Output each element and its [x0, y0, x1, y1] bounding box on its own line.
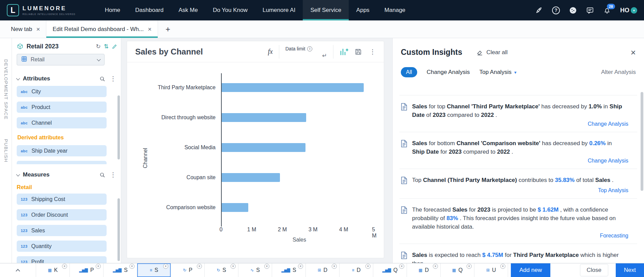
attribute-item[interactable]: abc Product	[17, 102, 107, 113]
chart-bar[interactable]	[221, 203, 248, 212]
attribute-item[interactable]: abc Ship Date year	[17, 145, 107, 156]
rocket-icon[interactable]	[535, 6, 543, 14]
measure-item[interactable]: 123 Shipping Cost	[17, 194, 107, 205]
fx-formula-icon[interactable]: fx	[268, 48, 273, 56]
chart-bar[interactable]	[221, 83, 364, 92]
nav-item[interactable]: Self Service	[303, 0, 349, 20]
next-button[interactable]: Next	[616, 263, 644, 277]
search-icon[interactable]	[99, 76, 105, 82]
help-icon[interactable]: ?	[552, 6, 560, 14]
measure-item[interactable]: 123 Quantity	[17, 241, 107, 252]
publish-label[interactable]: PUBLISH	[3, 139, 9, 163]
nav-item[interactable]: Lumenore AI	[255, 0, 303, 20]
close-widget-icon[interactable]: ×	[298, 264, 303, 269]
expand-panel-button[interactable]	[0, 263, 36, 277]
nav-item[interactable]: Ask Me	[171, 0, 205, 20]
widget-tab[interactable]: ▦ D ×	[407, 263, 441, 277]
close-widget-icon[interactable]: ×	[399, 264, 404, 269]
close-widget-icon[interactable]: ×	[332, 264, 337, 269]
chart-bar[interactable]	[221, 113, 306, 122]
widget-tab[interactable]: ▂▅▇ P ×	[70, 263, 104, 277]
measure-item[interactable]: 123 Profit	[17, 256, 107, 263]
close-widget-icon[interactable]: ×	[129, 264, 135, 269]
table-grid-icon	[21, 56, 27, 63]
close-widget-icon[interactable]: ×	[231, 264, 236, 269]
sort-icon[interactable]: ⇅	[104, 43, 109, 50]
insight-action-link[interactable]: Change Analysis	[401, 121, 628, 127]
dashboard-tab[interactable]: Edit Retail Demo dashboard - Wh... ×	[46, 20, 158, 38]
insights-scrollbar[interactable]	[641, 92, 643, 191]
widget-tab[interactable]: ▦ K ×	[36, 263, 70, 277]
close-widget-icon[interactable]: ×	[467, 264, 472, 269]
development-space-label[interactable]: DEVELOPMENT SPACE	[3, 59, 9, 120]
widget-tab[interactable]: ↻ P ×	[171, 263, 205, 277]
widget-tab[interactable]: ≡ D ×	[340, 263, 373, 277]
insight-action-link[interactable]: Forecasting	[401, 233, 628, 239]
close-widget-icon[interactable]: ×	[365, 264, 371, 269]
nav-item[interactable]: Apps	[349, 0, 377, 20]
widget-tab[interactable]: ≡ S ×	[137, 263, 171, 277]
close-tab-icon[interactable]: ×	[148, 26, 152, 33]
nav-item[interactable]: Home	[97, 0, 128, 20]
add-tab-button[interactable]: +	[158, 25, 178, 34]
attribute-item[interactable]: abc City	[17, 86, 107, 97]
collapse-chevron-icon[interactable]	[16, 172, 20, 176]
edit-pencil-icon[interactable]	[112, 44, 117, 49]
measures-scrollbar[interactable]	[117, 198, 120, 261]
nav-item[interactable]: Do You Know	[205, 0, 255, 20]
alter-analysis-label[interactable]: Alter Analysis	[601, 69, 636, 76]
lumenore-logo[interactable]: L LUMENORE RELIABLE INTELLIGENCE DELIVER…	[7, 4, 76, 16]
close-widget-icon[interactable]: ×	[433, 264, 438, 269]
close-tab-icon[interactable]: ×	[36, 26, 40, 33]
cookie-icon[interactable]	[569, 6, 577, 14]
clear-all-button[interactable]: Clear all	[476, 49, 507, 56]
close-widget-icon[interactable]: ×	[96, 264, 101, 269]
insight-action-link[interactable]: Change Analysis	[401, 158, 628, 164]
close-widget-icon[interactable]: ×	[264, 264, 269, 269]
widget-tab[interactable]: ↻ S ×	[205, 263, 238, 277]
insight-filter[interactable]: Change Analysis ▾	[427, 69, 470, 76]
widget-menu-icon[interactable]: ⋮	[368, 48, 377, 56]
refresh-icon[interactable]: ↻	[96, 43, 101, 50]
user-avatar[interactable]: HO ▾	[620, 7, 637, 14]
close-widget-icon[interactable]: ×	[500, 264, 505, 269]
table-select-dropdown[interactable]: Retail	[17, 54, 105, 65]
add-chart-button[interactable]	[340, 47, 348, 56]
chart-bar[interactable]	[221, 143, 305, 152]
nav-item[interactable]: Dashboard	[128, 0, 171, 20]
attribute-item[interactable]: Derived attributes	[17, 133, 107, 142]
search-icon[interactable]	[99, 172, 105, 178]
widget-tab[interactable]: ▂▅▇ S ×	[104, 263, 137, 277]
close-widget-icon[interactable]: ×	[197, 264, 202, 269]
measure-item[interactable]: 123 Order Discount	[17, 209, 107, 220]
close-widget-icon[interactable]: ×	[163, 264, 168, 269]
close-widget-icon[interactable]: ×	[62, 264, 67, 269]
insight-filter[interactable]: Top Analysis ▾	[479, 69, 516, 76]
notifications-bell-icon[interactable]: 28	[603, 6, 611, 14]
widget-tab[interactable]: ▦ Q ×	[441, 263, 474, 277]
insight-action-link[interactable]: Top Analysis	[401, 187, 628, 194]
attribute-item[interactable]: abc Channel	[17, 117, 107, 128]
save-button[interactable]	[355, 48, 362, 56]
attribute-item[interactable]: abc Ship Date quarter	[17, 161, 107, 164]
kebab-menu-icon[interactable]: ⋮	[109, 171, 117, 179]
feedback-icon[interactable]	[586, 6, 594, 14]
widget-tab[interactable]: ▂▅▇ S ×	[272, 263, 306, 277]
collapse-chevron-icon[interactable]	[16, 76, 20, 80]
close-button[interactable]: Close	[580, 264, 608, 276]
nav-item[interactable]: Manage	[377, 0, 413, 20]
close-panel-icon[interactable]: ×	[631, 48, 636, 57]
kebab-menu-icon[interactable]: ⋮	[109, 75, 117, 82]
widget-tab[interactable]: ⊞ U ×	[474, 263, 508, 277]
widget-tab[interactable]: ⊞ D ×	[306, 263, 340, 277]
widget-tab[interactable]: ▂▅▇ Q ×	[373, 263, 407, 277]
measure-item[interactable]: 123 Sales	[17, 225, 107, 236]
dashboard-tab[interactable]: New tab ×	[5, 20, 46, 38]
chart-bar[interactable]	[221, 173, 280, 182]
info-icon[interactable]: i	[307, 46, 312, 51]
attributes-scrollbar[interactable]	[117, 95, 120, 159]
add-new-button[interactable]: Add new	[511, 263, 550, 277]
apply-return-icon[interactable]: ↵	[322, 52, 327, 59]
widget-tab[interactable]: ∿ S ×	[238, 263, 272, 277]
insight-filter[interactable]: All ▾	[401, 67, 417, 77]
